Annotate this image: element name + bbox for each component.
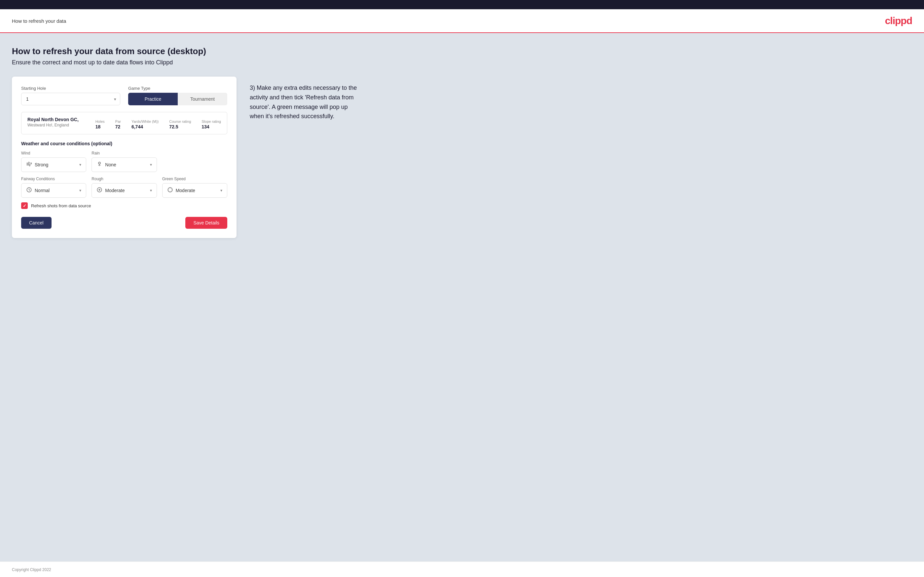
rough-group: Rough Moderate ▾ — [92, 177, 157, 198]
green-speed-select[interactable]: Moderate ▾ — [162, 183, 227, 198]
cancel-button[interactable]: Cancel — [21, 217, 52, 229]
fairway-group: Fairway Conditions Normal ▾ — [21, 177, 86, 198]
game-type-group: Game Type Practice Tournament — [128, 86, 227, 105]
refresh-label: Refresh shots from data source — [31, 203, 91, 208]
save-button[interactable]: Save Details — [185, 217, 227, 229]
par-stat: Par 72 — [115, 119, 121, 129]
side-description-text: 3) Make any extra edits necessary to the… — [250, 83, 362, 121]
rain-group: Rain None ▾ — [92, 151, 157, 172]
course-rating-label: Course rating — [169, 119, 191, 124]
fairway-value: Normal — [35, 188, 77, 193]
course-info-box: Royal North Devon GC, Westward Ho!, Engl… — [21, 112, 227, 134]
starting-hole-select[interactable]: 1 — [21, 93, 120, 105]
breadcrumb: How to refresh your data — [12, 18, 66, 24]
starting-hole-group: Starting Hole 1 — [21, 86, 120, 105]
fairway-icon — [26, 187, 32, 194]
practice-button[interactable]: Practice — [128, 93, 178, 105]
course-rating-stat: Course rating 72.5 — [169, 119, 191, 129]
side-description: 3) Make any extra edits necessary to the… — [250, 77, 362, 121]
starting-hole-select-wrapper[interactable]: 1 — [21, 93, 120, 105]
rough-icon — [97, 187, 102, 194]
course-name: Royal North Devon GC, — [27, 117, 79, 122]
green-speed-icon — [167, 187, 173, 194]
green-speed-value: Moderate — [176, 188, 218, 193]
main-content: How to refresh your data from source (de… — [0, 33, 924, 561]
green-speed-chevron-icon: ▾ — [220, 188, 222, 193]
course-rating-value: 72.5 — [169, 124, 191, 129]
yards-label: Yards/White (M)) — [131, 119, 158, 124]
svg-point-3 — [168, 187, 173, 192]
form-card: Starting Hole 1 Game Type Practice Tourn… — [12, 77, 236, 238]
rain-select[interactable]: None ▾ — [92, 158, 157, 172]
rough-label: Rough — [92, 177, 157, 181]
footer: Copyright Clippd 2022 — [0, 561, 924, 577]
holes-value: 18 — [95, 124, 105, 129]
slope-rating-stat: Slope rating 134 — [202, 119, 221, 129]
wind-rain-row: Wind Strong ▾ Rain — [21, 151, 227, 172]
green-speed-label: Green Speed — [162, 177, 227, 181]
rain-value: None — [105, 162, 147, 168]
starting-hole-label: Starting Hole — [21, 86, 120, 91]
button-row: Cancel Save Details — [21, 217, 227, 229]
rain-chevron-icon: ▾ — [150, 163, 152, 167]
page-subtitle: Ensure the correct and most up to date d… — [12, 59, 912, 66]
conditions-title: Weather and course conditions (optional) — [21, 141, 227, 146]
refresh-checkbox[interactable] — [21, 202, 28, 209]
wind-icon — [26, 161, 32, 168]
tournament-button[interactable]: Tournament — [178, 93, 227, 105]
logo: clippd — [885, 15, 912, 26]
wind-label: Wind — [21, 151, 86, 155]
rough-chevron-icon: ▾ — [150, 188, 152, 193]
fairway-select[interactable]: Normal ▾ — [21, 183, 86, 198]
content-area: Starting Hole 1 Game Type Practice Tourn… — [12, 77, 912, 238]
yards-value: 6,744 — [131, 124, 158, 129]
rain-label: Rain — [92, 151, 157, 155]
rough-select[interactable]: Moderate ▾ — [92, 183, 157, 198]
green-speed-group: Green Speed Moderate ▾ — [162, 177, 227, 198]
fairway-chevron-icon: ▾ — [79, 188, 81, 193]
svg-point-0 — [99, 162, 100, 164]
fairway-label: Fairway Conditions — [21, 177, 86, 181]
wind-chevron-icon: ▾ — [79, 163, 81, 167]
rain-icon — [97, 161, 102, 168]
wind-value: Strong — [35, 162, 77, 168]
top-form-row: Starting Hole 1 Game Type Practice Tourn… — [21, 86, 227, 105]
page-title: How to refresh your data from source (de… — [12, 46, 912, 56]
slope-rating-label: Slope rating — [202, 119, 221, 124]
holes-stat: Holes 18 — [95, 119, 105, 129]
wind-select[interactable]: Strong ▾ — [21, 158, 86, 172]
header: How to refresh your data clippd — [0, 9, 924, 33]
rough-value: Moderate — [105, 188, 147, 193]
wind-group: Wind Strong ▾ — [21, 151, 86, 172]
course-location: Westward Ho!, England — [27, 123, 79, 127]
slope-rating-value: 134 — [202, 124, 221, 129]
top-bar — [0, 0, 924, 9]
yards-stat: Yards/White (M)) 6,744 — [131, 119, 158, 129]
par-value: 72 — [115, 124, 121, 129]
par-label: Par — [115, 119, 121, 124]
refresh-checkbox-row[interactable]: Refresh shots from data source — [21, 202, 227, 209]
copyright: Copyright Clippd 2022 — [12, 567, 51, 572]
game-type-toggle: Practice Tournament — [128, 93, 227, 105]
course-stats: Holes 18 Par 72 Yards/White (M)) 6,744 — [95, 119, 221, 129]
fairway-rough-green-row: Fairway Conditions Normal ▾ Rough — [21, 177, 227, 198]
game-type-label: Game Type — [128, 86, 227, 91]
holes-label: Holes — [95, 119, 105, 124]
